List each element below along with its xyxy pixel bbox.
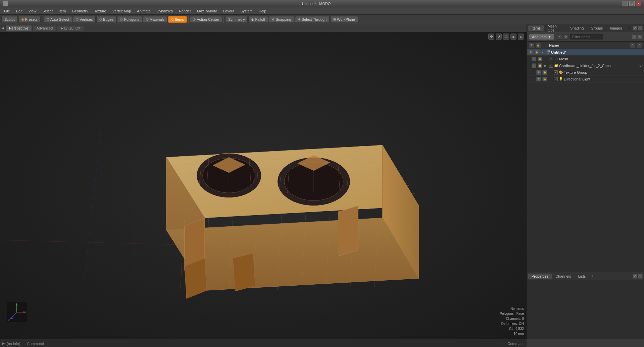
item-vis-texture[interactable]: 👁 xyxy=(536,70,541,75)
viewport-canvas[interactable]: ⚙ ↺ ⊡ ◈ ≡ xyxy=(0,32,527,339)
action-center-button[interactable]: ◎ Action Center xyxy=(190,16,222,23)
viewport-tab-perspective[interactable]: Perspective xyxy=(5,25,32,31)
close-button[interactable]: ✕ xyxy=(636,1,641,6)
viewport-frame-button[interactable]: ⊡ xyxy=(503,34,509,40)
item-row-texture-group[interactable]: 👁 🔒 ✓ 🎨 Texture Group xyxy=(527,69,644,76)
select-through-button[interactable]: ⊚ Select Through xyxy=(295,16,330,23)
symmetry-button[interactable]: Symmetry xyxy=(225,16,248,23)
item-icon-group: 📁 xyxy=(554,63,558,68)
item-row-mesh[interactable]: 👁 🔒 ✓ ⬡ Mesh xyxy=(527,56,644,62)
bottom-tab-lists[interactable]: Lists xyxy=(575,274,589,279)
panel-collapse-button[interactable]: ⤡ xyxy=(638,26,643,31)
item-label-directional-light: Directional Light xyxy=(564,77,643,81)
panel-maximize: ⤢ ⤡ xyxy=(633,26,643,31)
materials-button[interactable]: ⬡ Materials xyxy=(143,16,168,23)
toolbar: Sculpt ◉ Presets ⬡ Auto Select ⬡ Vertice… xyxy=(0,15,644,24)
item-row-untitled[interactable]: 👁 🔒 ▼ 🎬 Untitled* xyxy=(527,49,644,56)
falloff-button[interactable]: ◐ Falloff xyxy=(248,16,268,23)
items-button[interactable]: ⬡ Items xyxy=(168,16,187,23)
viewport-tab-raygl[interactable]: Ray GL: Off xyxy=(57,25,84,31)
item-check-light[interactable]: ✓ xyxy=(554,77,558,81)
item-lock-untitled[interactable]: 🔒 xyxy=(534,50,539,55)
menubar-item-select[interactable]: Select xyxy=(40,8,55,14)
panel-tab-images[interactable]: Images xyxy=(606,25,625,31)
viewport[interactable]: ◀ Perspective Advanced Ray GL: Off xyxy=(0,24,527,339)
items-settings-icon[interactable]: ⚙ xyxy=(563,34,568,40)
panel-tab-mesh-ops[interactable]: Mesh Ops xyxy=(544,23,566,33)
viewport-more-button[interactable]: ≡ xyxy=(518,34,524,40)
panel-resize-collapse[interactable]: ⤡ xyxy=(637,35,642,39)
item-vis-mesh[interactable]: 👁 xyxy=(532,57,536,61)
menubar-item-maxtomodo[interactable]: MaxToModo xyxy=(194,8,220,14)
viewport-render-button[interactable]: ◈ xyxy=(510,34,516,40)
item-lock-cardboard[interactable]: 🔒 xyxy=(538,63,542,68)
item-vis-untitled[interactable]: 👁 xyxy=(528,50,533,55)
list-options-icon[interactable]: S xyxy=(630,43,635,48)
panel-tab-shading[interactable]: Shading xyxy=(567,25,587,31)
presets-button[interactable]: ◉ Presets xyxy=(18,16,41,23)
vertices-button[interactable]: ⬡ Vertices xyxy=(73,16,96,23)
item-label-mesh: Mesh xyxy=(559,57,643,61)
panel-add-tab-button[interactable]: + xyxy=(626,25,632,31)
items-add-icon[interactable]: + xyxy=(557,34,562,40)
auto-select-button[interactable]: ⬡ Auto Select xyxy=(44,16,72,23)
menubar-item-edit[interactable]: Edit xyxy=(13,8,25,14)
bottom-row: ▶ (no info) Command xyxy=(0,339,644,347)
edges-button[interactable]: ⬡ Edges xyxy=(96,16,116,23)
item-vis-light[interactable]: 👁 xyxy=(536,77,541,81)
minimize-button[interactable]: — xyxy=(623,1,628,6)
menubar-item-system[interactable]: System xyxy=(238,8,255,14)
polygons-label: Polygons xyxy=(124,17,139,21)
sculpt-button[interactable]: Sculpt xyxy=(1,16,18,23)
panel-resize-expand[interactable]: ⤢ xyxy=(632,35,637,39)
item-lock-light[interactable]: 🔒 xyxy=(542,77,547,81)
item-row-directional-light[interactable]: 👁 🔒 ✓ 💡 Directional Light xyxy=(527,76,644,82)
bottom-tab-properties[interactable]: Properties xyxy=(528,274,552,279)
bottom-panel-expand[interactable]: ⤢ xyxy=(633,274,637,279)
menubar-item-file[interactable]: File xyxy=(1,8,13,14)
add-item-button[interactable]: Add Item ▼ xyxy=(529,34,554,40)
menubar-item-animate[interactable]: Animate xyxy=(134,8,153,14)
bottom-tab-channels[interactable]: Channels xyxy=(552,274,574,279)
polygons-button[interactable]: ⬡ Polygons xyxy=(117,16,142,23)
snapping-button[interactable]: ⊕ Snapping xyxy=(269,16,294,23)
maximize-button[interactable]: □ xyxy=(629,1,635,6)
menubar-item-texture[interactable]: Texture xyxy=(92,8,109,14)
info-polygons: Polygons : Face xyxy=(500,311,524,316)
workplane-button[interactable]: ⊞ WorkPlane xyxy=(330,16,358,23)
item-vis-cardboard[interactable]: 👁 xyxy=(532,63,536,68)
items-list[interactable]: 👁 🔒 ▼ 🎬 Untitled* 👁 🔒 ✓ ⬡ Mesh 👁 🔒 ▶ xyxy=(527,49,644,272)
panel-tab-items[interactable]: Items xyxy=(528,25,544,31)
menubar-item-item[interactable]: Item xyxy=(56,8,68,14)
panel-tab-groups[interactable]: Groups xyxy=(587,25,606,31)
item-check-cardboard[interactable]: ✓ xyxy=(549,64,553,68)
viewport-info: No Items Polygons : Face Channels: 0 Def… xyxy=(500,306,524,336)
menubar-item-view[interactable]: View xyxy=(26,8,39,14)
viewport-refresh-button[interactable]: ↺ xyxy=(496,34,502,40)
menubar-item-vertexmap[interactable]: Vertex Map xyxy=(110,8,134,14)
menubar-item-layout[interactable]: Layout xyxy=(220,8,237,14)
bottom-panel-collapse[interactable]: ⤡ xyxy=(638,274,643,279)
item-expand-cardboard[interactable]: ▶ xyxy=(544,64,548,67)
item-lock-texture[interactable]: 🔒 xyxy=(542,70,547,75)
item-row-cardboard[interactable]: 👁 🔒 ▶ ✓ 📁 Cardboard_Holder_for_2_Cups (3… xyxy=(527,62,644,69)
viewport-nav-left[interactable]: ◀ xyxy=(1,26,5,30)
viewport-tab-advanced[interactable]: Advanced xyxy=(33,25,56,31)
command-input[interactable] xyxy=(27,342,390,346)
item-check-mesh[interactable]: ✓ xyxy=(549,57,553,61)
add-item-label: Add Item xyxy=(532,35,547,39)
items-toolbar: Add Item ▼ + ⚙ ⤢ ⤡ xyxy=(527,32,644,42)
viewport-settings-button[interactable]: ⚙ xyxy=(488,34,494,40)
presets-label: Presets xyxy=(25,17,38,21)
list-filter-icon[interactable]: F xyxy=(637,43,642,48)
filter-items-input[interactable] xyxy=(570,34,603,40)
menubar-item-geometry[interactable]: Geometry xyxy=(69,8,91,14)
item-check-texture[interactable]: ✓ xyxy=(554,70,558,74)
menubar-item-render[interactable]: Render xyxy=(176,8,194,14)
item-lock-mesh[interactable]: 🔒 xyxy=(538,57,542,61)
menubar-item-help[interactable]: Help xyxy=(256,8,269,14)
panel-expand-button[interactable]: ⤢ xyxy=(633,26,637,31)
bottom-add-tab-button[interactable]: + xyxy=(589,273,596,279)
menubar-item-dynamics[interactable]: Dynamics xyxy=(154,8,176,14)
item-expand-untitled[interactable]: ▼ xyxy=(541,51,545,54)
